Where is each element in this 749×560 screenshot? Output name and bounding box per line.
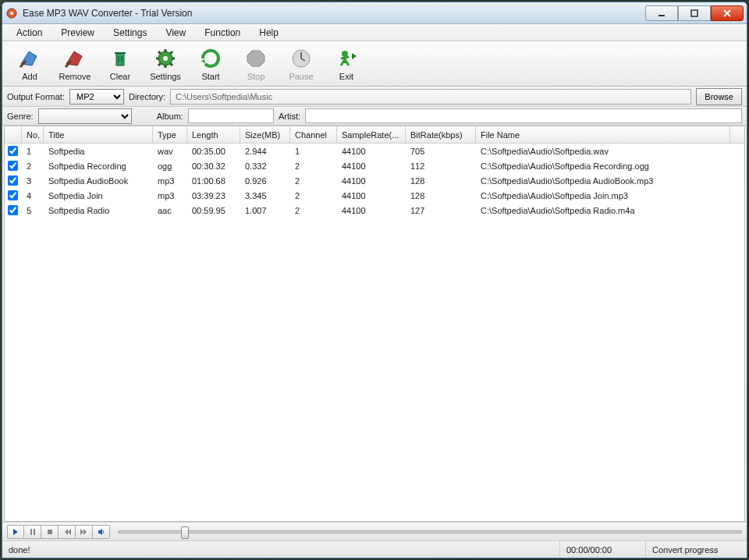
minimize-icon — [658, 9, 666, 17]
col-header-channel[interactable]: Channel — [290, 126, 337, 143]
artist-input[interactable] — [305, 108, 742, 123]
col-header-no[interactable]: No. — [22, 126, 44, 143]
seek-slider[interactable] — [118, 530, 742, 533]
table-row[interactable]: 5Softpedia Radioaac00:59.951.00724410012… — [5, 203, 744, 218]
cell-sample: 44100 — [337, 144, 406, 158]
output-format-label: Output Format: — [7, 92, 65, 101]
col-header-length[interactable]: Length — [187, 126, 240, 143]
svg-point-5 — [163, 56, 168, 61]
cell-title: Softpedia AudioBook — [44, 173, 153, 188]
row-checkbox[interactable] — [8, 205, 18, 215]
cell-sample: 44100 — [337, 188, 406, 203]
cell-type: ogg — [153, 158, 187, 173]
directory-input[interactable] — [170, 89, 691, 105]
play-button[interactable] — [7, 525, 24, 539]
cell-length: 01:00.68 — [187, 173, 240, 188]
settings-button[interactable]: Settings — [144, 44, 186, 84]
menu-function[interactable]: Function — [195, 26, 250, 40]
row-check[interactable] — [5, 203, 22, 218]
cell-length: 00:30.32 — [187, 158, 240, 173]
table-row[interactable]: 3Softpedia AudioBookmp301:00.680.9262441… — [5, 173, 744, 188]
cell-title: Softpedia Radio — [44, 203, 153, 218]
pause-icon — [289, 47, 313, 70]
status-left: done! — [2, 541, 559, 558]
minimize-button[interactable] — [645, 5, 678, 21]
prev-button[interactable] — [59, 525, 76, 539]
cell-channel: 2 — [290, 158, 337, 173]
cell-no: 1 — [22, 144, 44, 158]
stop-button[interactable]: Stop — [235, 44, 277, 84]
seek-thumb[interactable] — [181, 526, 189, 539]
cell-length: 03:39.23 — [187, 188, 240, 203]
browse-button[interactable]: Browse — [696, 88, 742, 105]
row-check[interactable] — [5, 173, 22, 188]
table-row[interactable]: 1Softpediawav00:35.002.944144100705C:\So… — [5, 144, 744, 158]
cell-title: Softpedia — [44, 144, 153, 158]
start-button[interactable]: Start — [190, 44, 232, 84]
menu-view[interactable]: View — [156, 26, 195, 40]
cell-size: 0.332 — [240, 158, 290, 173]
output-format-select[interactable]: MP2 — [69, 89, 124, 105]
status-time: 00:00/00:00 — [559, 541, 645, 558]
cell-bitrate: 127 — [406, 203, 476, 218]
row-checkbox[interactable] — [8, 175, 18, 186]
menu-settings[interactable]: Settings — [104, 26, 156, 40]
menu-help[interactable]: Help — [250, 26, 288, 40]
next-icon — [80, 529, 88, 535]
col-header-file[interactable]: File Name — [476, 126, 730, 143]
menu-preview[interactable]: Preview — [51, 26, 104, 40]
col-header-title[interactable]: Title — [44, 126, 153, 143]
app-window: Ease MP3 WAV Converter - Trial Version A… — [2, 2, 747, 558]
svg-point-8 — [342, 51, 348, 57]
settings-icon — [154, 47, 177, 70]
stop-label: Stop — [247, 72, 265, 81]
col-header-sample[interactable]: SampleRate(... — [337, 126, 406, 143]
pause-button[interactable]: Pause — [280, 44, 322, 84]
cell-type: mp3 — [153, 173, 187, 188]
status-progress: Convert progress — [645, 541, 747, 558]
row-check[interactable] — [5, 144, 22, 158]
genre-select[interactable] — [38, 108, 132, 124]
exit-button[interactable]: Exit — [325, 44, 367, 84]
maximize-button[interactable] — [678, 5, 711, 21]
volume-button[interactable] — [93, 525, 110, 539]
row-checkbox[interactable] — [8, 161, 18, 171]
clear-button[interactable]: Clear — [99, 44, 141, 84]
svg-point-1 — [10, 12, 13, 15]
stop-icon — [244, 47, 268, 70]
row-checkbox[interactable] — [8, 190, 18, 200]
row-check[interactable] — [5, 158, 22, 173]
start-label: Start — [201, 72, 219, 81]
cell-no: 4 — [22, 188, 44, 203]
menu-action[interactable]: Action — [7, 26, 51, 40]
cell-size: 3.345 — [240, 188, 290, 203]
album-input[interactable] — [188, 108, 274, 123]
col-header-bitrate[interactable]: BitRate(kbps) — [406, 126, 476, 143]
remove-button[interactable]: Remove — [54, 44, 96, 84]
volume-icon — [98, 528, 105, 536]
col-header-size[interactable]: Size(MB) — [240, 126, 290, 143]
next-button[interactable] — [76, 525, 93, 539]
titlebar[interactable]: Ease MP3 WAV Converter - Trial Version — [2, 2, 747, 24]
cell-title: Softpedia Recording — [44, 158, 153, 173]
row-check[interactable] — [5, 188, 22, 203]
cell-no: 2 — [22, 158, 44, 173]
close-button[interactable] — [711, 5, 744, 21]
table-row[interactable]: 4Softpedia Joinmp303:39.233.345244100128… — [5, 188, 744, 203]
cell-size: 0.926 — [240, 173, 290, 188]
stop-pb-button[interactable] — [41, 525, 59, 539]
col-header-check[interactable] — [5, 126, 22, 143]
pause-label: Pause — [289, 72, 313, 81]
row-checkbox[interactable] — [8, 146, 18, 156]
col-header-type[interactable]: Type — [153, 126, 187, 143]
cell-file: C:\Softpedia\Audio\Softpedia Recording.o… — [476, 158, 730, 173]
maximize-icon — [690, 9, 698, 17]
clear-label: Clear — [110, 72, 130, 81]
table-row[interactable]: 2Softpedia Recordingogg00:30.320.3322441… — [5, 158, 744, 173]
settings-label: Settings — [150, 72, 181, 81]
cell-file: C:\Softpedia\Audio\Softpedia AudioBook.m… — [476, 173, 730, 188]
pause-pb-button[interactable] — [24, 525, 41, 539]
add-button[interactable]: Add — [9, 44, 51, 84]
svg-marker-6 — [247, 51, 264, 66]
cell-bitrate: 128 — [406, 188, 476, 203]
